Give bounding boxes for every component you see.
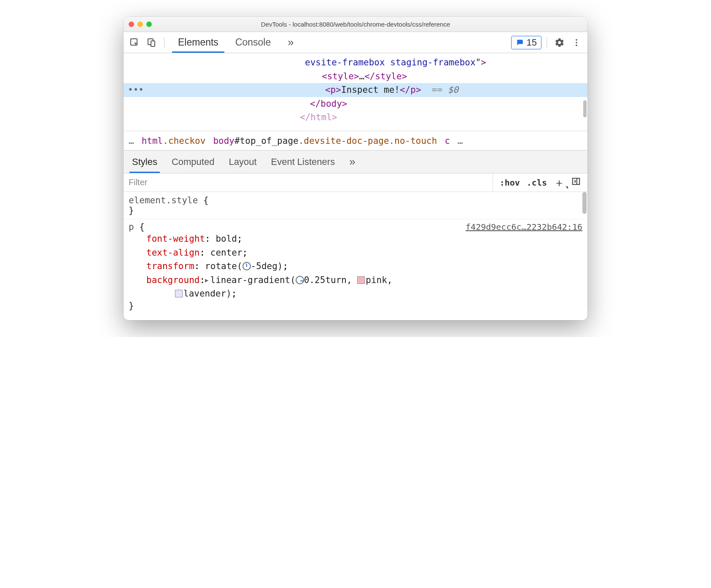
breadcrumb-item[interactable]: body#top_of_page.devsite-doc-page.no-tou… <box>213 136 437 146</box>
rule-separator <box>124 219 587 219</box>
css-declaration-cont[interactable]: lavender); <box>129 287 582 301</box>
svg-point-4 <box>576 42 577 43</box>
css-declaration[interactable]: background:▶linear-gradient(0.25turn, pi… <box>129 273 582 287</box>
device-toggle-icon[interactable] <box>144 35 159 50</box>
css-declaration[interactable]: text-align: center; <box>129 246 582 260</box>
svg-point-5 <box>576 44 577 46</box>
color-swatch-icon[interactable] <box>357 276 365 284</box>
panel-tabs: Elements Console » <box>170 32 302 53</box>
issues-count: 15 <box>527 37 537 48</box>
dom-selected-row[interactable]: ••• <p>Inspect me!</p> == $0 <box>124 83 587 97</box>
css-rules: element.style { } f429d9ecc6c…2232b642:1… <box>124 192 587 320</box>
computed-sidebar-toggle-icon[interactable] <box>571 177 581 188</box>
dom-breadcrumb: … html.checkov body#top_of_page.devsite-… <box>124 131 587 151</box>
dom-line[interactable]: <style>…</style> <box>124 70 587 84</box>
color-swatch-icon[interactable] <box>175 290 183 297</box>
dom-line[interactable]: </body> <box>124 97 587 111</box>
css-rule[interactable]: element.style { } <box>129 195 582 216</box>
dom-tree[interactable]: evsite-framebox staging-framebox"> <styl… <box>124 53 587 131</box>
rule-selector[interactable]: p <box>129 222 134 232</box>
styles-panel: :hov .cls ＋ element.style { } f429d9ecc6… <box>124 173 587 320</box>
breadcrumb-item[interactable]: c <box>444 136 450 146</box>
svg-rect-6 <box>573 178 580 185</box>
rule-selector[interactable]: element.style <box>129 195 198 205</box>
angle-swatch-icon[interactable] <box>296 276 304 284</box>
dom-line[interactable]: evsite-framebox staging-framebox"> <box>124 56 587 70</box>
css-declaration[interactable]: font-weight: bold; <box>129 232 582 246</box>
scrollbar-thumb[interactable] <box>582 192 587 214</box>
window-title: DevTools - localhost:8080/web/tools/chro… <box>124 21 587 28</box>
subtab-styles[interactable]: Styles <box>131 151 158 173</box>
hov-toggle[interactable]: :hov <box>500 178 520 188</box>
more-menu-icon[interactable] <box>569 35 584 50</box>
breadcrumb-overflow-left[interactable]: … <box>129 136 134 146</box>
breadcrumb-item[interactable]: html.checkov <box>142 136 206 146</box>
styles-filter-bar: :hov .cls ＋ <box>124 173 587 192</box>
main-toolbar: Elements Console » 15 <box>124 32 587 53</box>
subtab-layout[interactable]: Layout <box>228 151 257 173</box>
titlebar: DevTools - localhost:8080/web/tools/chro… <box>124 17 587 32</box>
subtab-event-listeners[interactable]: Event Listeners <box>270 151 336 173</box>
tab-elements[interactable]: Elements <box>170 32 227 53</box>
breadcrumb-overflow-right[interactable]: … <box>458 136 463 146</box>
dom-line[interactable]: </html> <box>124 111 587 124</box>
css-rule[interactable]: f429d9ecc6c…2232b642:16 p { font-weight:… <box>129 222 582 311</box>
toolbar-separator <box>164 37 164 48</box>
subtab-computed[interactable]: Computed <box>171 151 215 173</box>
svg-point-3 <box>576 39 577 40</box>
tab-console[interactable]: Console <box>227 32 279 53</box>
toolbar-separator <box>547 37 547 48</box>
issues-badge[interactable]: 15 <box>511 36 541 49</box>
filter-input[interactable] <box>124 173 493 192</box>
angle-swatch-icon[interactable] <box>242 262 251 270</box>
expand-dots-icon[interactable]: ••• <box>124 83 144 97</box>
settings-icon[interactable] <box>552 35 567 50</box>
new-style-rule-button[interactable]: ＋ <box>554 177 565 188</box>
rule-source-link[interactable]: f429d9ecc6c…2232b642:16 <box>466 222 582 232</box>
tabs-overflow-icon[interactable]: » <box>279 32 302 53</box>
styles-subtabs: Styles Computed Layout Event Listeners » <box>124 151 587 173</box>
css-declaration[interactable]: transform: rotate(-5deg); <box>129 259 582 273</box>
scrollbar-thumb[interactable] <box>583 100 587 117</box>
cls-toggle[interactable]: .cls <box>527 178 547 188</box>
subtabs-overflow-icon[interactable]: » <box>348 150 356 173</box>
svg-rect-2 <box>151 41 155 46</box>
devtools-window: DevTools - localhost:8080/web/tools/chro… <box>124 17 587 320</box>
expand-triangle-icon[interactable]: ▶ <box>205 276 208 285</box>
inspect-element-icon[interactable] <box>127 35 142 50</box>
